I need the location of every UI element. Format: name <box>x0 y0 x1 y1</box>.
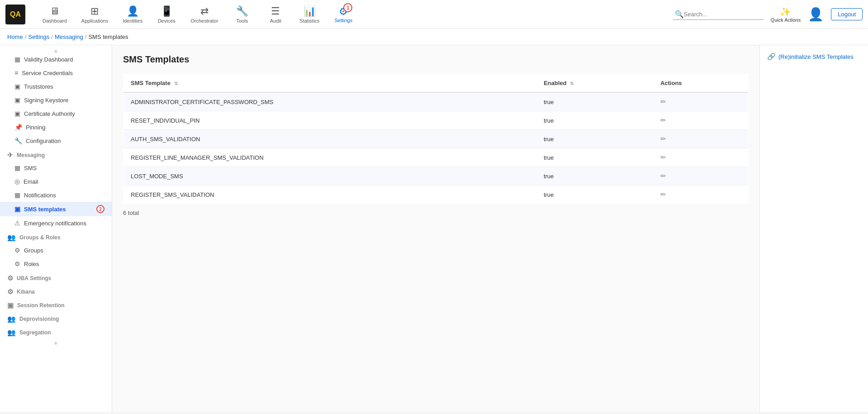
col-actions: Actions <box>653 74 749 93</box>
breadcrumb-sep-1: / <box>25 33 27 40</box>
col-sms-template: SMS Template ⇅ <box>123 74 536 93</box>
sidebar-item-emergency-notifications[interactable]: ⚠ Emergency notifications <box>0 216 112 230</box>
reinitialize-link[interactable]: 🔗 (Re)initialize SMS Templates <box>767 52 861 61</box>
sidebar-section-session-retention[interactable]: ▣ Session Retention <box>0 298 112 311</box>
reinitialize-icon: 🔗 <box>767 52 776 61</box>
sidebar-item-truststores[interactable]: ▣ Truststores <box>0 80 112 93</box>
scroll-bottom-indicator: ▼ <box>0 338 112 348</box>
cell-template-1: RESET_INDIVIDUAL_PIN <box>123 111 536 130</box>
cell-actions-3: ✏ <box>653 148 749 167</box>
cell-enabled-3: true <box>536 148 653 167</box>
breadcrumb: Home / Settings / Messaging / SMS templa… <box>0 29 868 45</box>
sms-icon: ▦ <box>14 164 20 171</box>
configuration-icon: 🔧 <box>14 137 22 144</box>
roles-icon: ⚙ <box>14 260 20 267</box>
edit-icon-3[interactable]: ✏ <box>660 153 666 161</box>
nav-settings-label: Settings <box>334 18 352 23</box>
email-icon: ◎ <box>14 178 20 185</box>
edit-icon-4[interactable]: ✏ <box>660 172 666 180</box>
sidebar-section-deprovisioning[interactable]: 👥 Deprovisioning <box>0 311 112 325</box>
app-logo: QA <box>5 5 25 24</box>
nav-devices-label: Devices <box>158 18 175 24</box>
sidebar-section-messaging[interactable]: ✈ Messaging <box>0 148 112 161</box>
sidebar-item-service-credentials-label: Service Credentials <box>22 70 73 76</box>
nav-tools[interactable]: 🔧 Tools <box>226 3 258 26</box>
edit-icon-1[interactable]: ✏ <box>660 116 666 124</box>
tools-icon: 🔧 <box>236 5 248 17</box>
edit-icon-0[interactable]: ✏ <box>660 98 666 105</box>
search-icon[interactable]: 🔍 <box>675 10 684 19</box>
sidebar-item-certificate-authority-label: Certificate Authority <box>24 110 75 117</box>
nav-dashboard[interactable]: 🖥 Dashboard <box>36 3 73 26</box>
messaging-section-icon: ✈ <box>7 151 13 159</box>
sidebar-section-groups-roles-label: Groups & Roles <box>19 234 61 241</box>
certificate-authority-icon: ▣ <box>14 110 20 117</box>
quick-actions[interactable]: ✨ Quick Actions <box>771 6 801 23</box>
cell-template-4: LOST_MODE_SMS <box>123 167 536 186</box>
sort-sms-template[interactable]: ⇅ <box>174 81 178 86</box>
search-wrap[interactable]: 🔍 <box>673 9 764 20</box>
sms-templates-badge: 2 <box>96 205 104 213</box>
col-sms-template-label: SMS Template <box>131 80 171 86</box>
sidebar-item-signing-keystore[interactable]: ▣ Signing Keystore <box>0 93 112 107</box>
nav-items: 🖥 Dashboard ⊞ Applications 👤 Identities … <box>36 3 673 26</box>
logout-button[interactable]: Logout <box>831 8 863 20</box>
sidebar-item-groups[interactable]: ⚙ Groups <box>0 243 112 257</box>
scroll-top-indicator: ▲ <box>0 49 112 52</box>
breadcrumb-home[interactable]: Home <box>7 33 23 40</box>
edit-icon-5[interactable]: ✏ <box>660 190 666 198</box>
sidebar-section-groups-roles[interactable]: 👥 Groups & Roles <box>0 230 112 243</box>
sidebar-section-uba[interactable]: ⚙ UBA Settings <box>0 271 112 284</box>
sms-templates-icon: ▣ <box>14 205 20 213</box>
cell-template-3: REGISTER_LINE_MANAGER_SMS_VALIDATION <box>123 148 536 167</box>
breadcrumb-current: SMS templates <box>88 33 128 40</box>
sidebar-item-configuration[interactable]: 🔧 Configuration <box>0 134 112 148</box>
nav-settings[interactable]: ⚙ 1 Settings <box>327 3 359 26</box>
cell-actions-2: ✏ <box>653 130 749 148</box>
sidebar-section-session-retention-label: Session Retention <box>17 302 65 309</box>
sidebar-item-configuration-label: Configuration <box>26 138 61 144</box>
sidebar-section-deprovisioning-label: Deprovisioning <box>19 316 59 322</box>
quick-actions-label: Quick Actions <box>771 17 801 23</box>
sidebar-item-sms-templates[interactable]: ▣ SMS templates 2 <box>0 202 112 216</box>
sidebar-section-segregation[interactable]: 👥 Segregation <box>0 325 112 338</box>
sidebar-section-kibana-label: Kibana <box>17 289 35 295</box>
sidebar-item-email[interactable]: ◎ Email <box>0 175 112 188</box>
cell-actions-4: ✏ <box>653 167 749 186</box>
sidebar-item-validity-dashboard[interactable]: ▦ Validity Dashboard <box>0 52 112 66</box>
sort-enabled[interactable]: ⇅ <box>570 81 574 86</box>
sidebar-item-notifications[interactable]: ▦ Notifications <box>0 188 112 202</box>
sidebar-section-kibana[interactable]: ⚙ Kibana <box>0 284 112 298</box>
edit-icon-2[interactable]: ✏ <box>660 135 666 143</box>
nav-applications[interactable]: ⊞ Applications <box>75 3 114 26</box>
sidebar-item-certificate-authority[interactable]: ▣ Certificate Authority <box>0 107 112 120</box>
right-panel: 🔗 (Re)initialize SMS Templates <box>759 45 868 412</box>
nav-devices[interactable]: 📱 Devices <box>151 3 182 26</box>
search-input[interactable] <box>684 11 762 18</box>
sidebar-item-emergency-notifications-label: Emergency notifications <box>24 220 86 227</box>
user-icon[interactable]: 👤 <box>808 7 824 22</box>
service-credentials-icon: ≡ <box>14 69 18 76</box>
sms-templates-table: SMS Template ⇅ Enabled ⇅ Actions ADMINIS… <box>123 74 749 204</box>
applications-icon: ⊞ <box>90 5 99 17</box>
sidebar-item-pinning[interactable]: 📌 Pinning <box>0 120 112 134</box>
kibana-icon: ⚙ <box>7 288 13 296</box>
sidebar: ▲ ▦ Validity Dashboard ≡ Service Credent… <box>0 45 112 412</box>
nav-audit[interactable]: ☰ Audit <box>260 3 291 26</box>
breadcrumb-messaging[interactable]: Messaging <box>55 33 83 40</box>
groups-roles-icon: 👥 <box>7 233 16 242</box>
quick-actions-icon: ✨ <box>771 6 801 17</box>
sidebar-item-sms[interactable]: ▦ SMS <box>0 161 112 175</box>
deprovisioning-icon: 👥 <box>7 315 16 323</box>
sidebar-item-signing-keystore-label: Signing Keystore <box>24 97 68 104</box>
nav-statistics[interactable]: 📊 Statistics <box>293 3 326 26</box>
sidebar-item-service-credentials[interactable]: ≡ Service Credentials <box>0 66 112 80</box>
groups-icon: ⚙ <box>14 247 20 254</box>
nav-statistics-label: Statistics <box>299 18 319 24</box>
sidebar-item-pinning-label: Pinning <box>26 124 45 131</box>
nav-orchestrator[interactable]: ⇄ Orchestrator <box>184 3 224 26</box>
breadcrumb-settings[interactable]: Settings <box>28 33 49 40</box>
table-row: ADMINISTRATOR_CERTIFICATE_PASSWORD_SMS t… <box>123 92 749 111</box>
nav-identities[interactable]: 👤 Identities <box>116 3 149 26</box>
sidebar-item-roles[interactable]: ⚙ Roles <box>0 257 112 271</box>
